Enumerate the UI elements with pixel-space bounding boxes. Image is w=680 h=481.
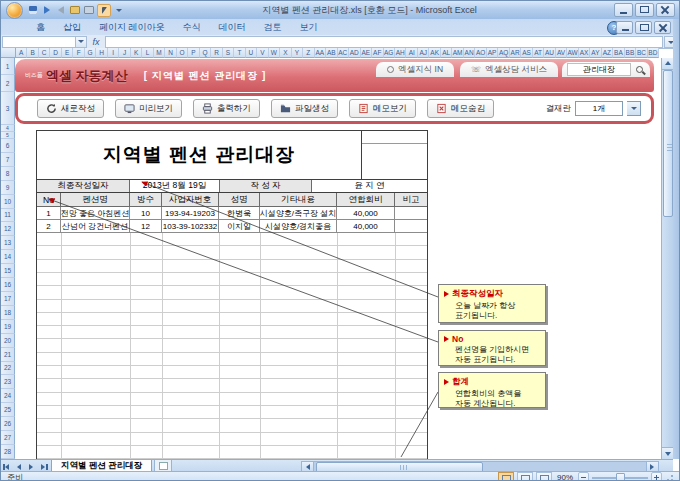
table-header-cell[interactable]: 성명 (219, 193, 260, 207)
column-header[interactable]: AH (395, 48, 406, 58)
column-header[interactable]: AU (544, 48, 555, 58)
zoom-slider[interactable] (592, 473, 648, 481)
column-header[interactable]: F (73, 48, 84, 58)
column-header[interactable]: G (85, 48, 96, 58)
approval-stamp-box[interactable] (362, 131, 427, 179)
column-header[interactable]: U (246, 48, 257, 58)
cell-no[interactable]: 1 (37, 207, 61, 220)
ribbon-tab[interactable]: 홈 (27, 20, 54, 35)
cell-pension-name[interactable]: 산넘어 강건너펜션 (61, 220, 130, 233)
column-header[interactable]: AM (452, 48, 463, 58)
column-header[interactable]: I (108, 48, 119, 58)
column-header[interactable]: AK (429, 48, 440, 58)
cell-business-number[interactable]: 193-94-19203 (162, 207, 219, 220)
row-header[interactable]: 16 (1, 278, 15, 292)
zoom-out-icon[interactable] (578, 472, 589, 481)
row-header[interactable]: 10 (1, 195, 15, 209)
cell-note[interactable]: 시설양호/족구장 설치 (260, 207, 337, 220)
zoom-in-icon[interactable] (651, 472, 662, 481)
cell-remark[interactable] (395, 207, 427, 220)
office-button[interactable] (6, 2, 23, 19)
column-header[interactable]: AR (510, 48, 521, 58)
name-box[interactable] (2, 36, 76, 48)
table-header-cell[interactable]: 연합회비 (337, 193, 395, 207)
maximize-button[interactable] (635, 3, 654, 17)
cell-business-number[interactable]: 103-39-102332 (162, 220, 219, 233)
row-header[interactable]: 28 (1, 445, 15, 459)
search-input[interactable] (567, 63, 631, 76)
column-header[interactable]: AZ (602, 48, 613, 58)
column-header[interactable]: H (96, 48, 107, 58)
column-header[interactable]: X (280, 48, 291, 58)
column-header[interactable]: E (62, 48, 73, 58)
column-header[interactable]: S (223, 48, 234, 58)
approval-count-select[interactable]: 1개 (575, 101, 623, 116)
column-header[interactable]: BC (636, 48, 647, 58)
column-header[interactable]: BB (625, 48, 636, 58)
column-header[interactable]: AL (441, 48, 452, 58)
column-header[interactable]: AJ (418, 48, 429, 58)
row-header[interactable]: 11 (1, 209, 15, 223)
column-header[interactable]: BA (613, 48, 624, 58)
column-header[interactable]: AF (372, 48, 383, 58)
row-header[interactable]: 25 (1, 403, 15, 417)
search-icon[interactable] (635, 65, 645, 75)
row-header[interactable]: 27 (1, 431, 15, 445)
table-header-cell[interactable]: 사업자번호 (162, 193, 219, 207)
column-header[interactable]: Y (292, 48, 303, 58)
pointer-icon[interactable] (97, 4, 111, 17)
resize-grip[interactable] (665, 473, 673, 481)
cell-fee[interactable]: 40,000 (337, 207, 395, 220)
cell-owner[interactable]: 한병욱 (219, 207, 260, 220)
undo-icon[interactable] (41, 5, 53, 16)
row-header[interactable]: 26 (1, 417, 15, 431)
show-memo-button[interactable]: 메모보기 (349, 99, 416, 118)
create-file-button[interactable]: 파일생성 (271, 99, 338, 118)
column-header[interactable]: A (16, 48, 27, 58)
column-header[interactable]: Q (200, 48, 211, 58)
row-header[interactable]: 8 (1, 167, 15, 181)
row-header[interactable]: 4 (1, 125, 15, 132)
hide-memo-button[interactable]: 메모숨김 (427, 99, 494, 118)
row-header[interactable]: 9 (1, 181, 15, 195)
column-header[interactable]: AA (315, 48, 326, 58)
column-header[interactable]: T (234, 48, 245, 58)
table-header-cell[interactable]: 비고 (395, 193, 427, 207)
close-button[interactable] (656, 3, 675, 17)
column-header[interactable]: AY (590, 48, 601, 58)
row-header[interactable]: 5 (1, 132, 15, 139)
column-header[interactable]: AE (361, 48, 372, 58)
workbook-restore-button[interactable] (635, 21, 652, 34)
table-header-cell[interactable]: 펜션명 (61, 193, 130, 207)
formula-input[interactable] (105, 36, 663, 48)
excel-support-tab[interactable]: ☏ 엑셀상담 서비스 (460, 62, 558, 77)
approval-dropdown-icon[interactable] (627, 101, 641, 116)
zoom-slider-thumb[interactable] (616, 473, 625, 481)
qat-dropdown-icon[interactable] (113, 5, 125, 16)
column-header[interactable]: J (119, 48, 130, 58)
row-header[interactable]: 15 (1, 264, 15, 278)
column-header[interactable]: AX (579, 48, 590, 58)
column-header[interactable]: M (154, 48, 165, 58)
writer-value-cell[interactable]: 윤 지 연 (312, 180, 427, 192)
name-box-dropdown-icon[interactable] (76, 36, 87, 48)
insert-function-icon[interactable]: fx (87, 37, 105, 47)
document-title[interactable]: 지역별 펜션 관리대장 (37, 131, 362, 179)
print-preview-icon[interactable] (83, 5, 95, 16)
cell-fee[interactable]: 40,000 (337, 220, 395, 233)
column-header[interactable]: B (27, 48, 38, 58)
column-header[interactable]: AT (533, 48, 544, 58)
cell-rooms[interactable]: 10 (130, 207, 162, 220)
row-header[interactable]: 7 (1, 153, 15, 167)
column-header[interactable]: W (269, 48, 280, 58)
row-header[interactable]: 24 (1, 389, 15, 403)
column-header[interactable]: BD (648, 48, 659, 58)
column-header[interactable]: K (131, 48, 142, 58)
last-date-label-cell[interactable]: 최종작성일자 (37, 180, 130, 192)
row-header[interactable]: 3 (1, 92, 15, 125)
cell-owner[interactable]: 이지일 (219, 220, 260, 233)
column-header[interactable]: N (165, 48, 176, 58)
column-header[interactable]: C (39, 48, 50, 58)
normal-view-button[interactable] (498, 472, 514, 481)
column-header[interactable]: AI (406, 48, 417, 58)
